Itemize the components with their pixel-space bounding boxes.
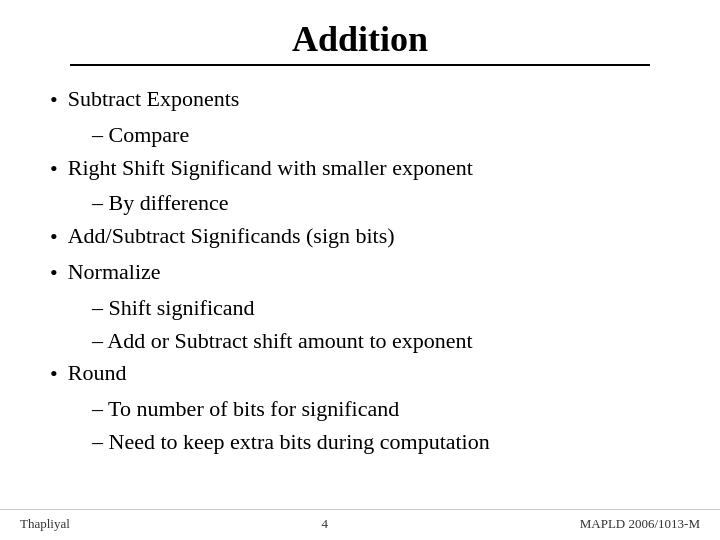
slide-title: Addition: [40, 18, 680, 60]
content-area: •Subtract Exponents– Compare•Right Shift…: [0, 74, 720, 509]
footer-right: MAPLD 2006/1013-M: [580, 516, 700, 532]
bullet-dot: •: [50, 85, 58, 116]
title-divider: [70, 64, 650, 66]
sub-item: – Need to keep extra bits during computa…: [92, 427, 670, 458]
sub-text: – Shift significand: [92, 293, 255, 324]
slide-container: Addition •Subtract Exponents– Compare•Ri…: [0, 0, 720, 540]
bullet-dot: •: [50, 222, 58, 253]
sub-item: – Add or Subtract shift amount to expone…: [92, 326, 670, 357]
bullet-dot: •: [50, 154, 58, 185]
title-area: Addition: [0, 0, 720, 74]
sub-text: – Add or Subtract shift amount to expone…: [92, 326, 473, 357]
sub-item: – Compare: [92, 120, 670, 151]
footer: Thapliyal 4 MAPLD 2006/1013-M: [0, 509, 720, 540]
bullet-item: •Normalize: [50, 257, 670, 289]
sub-item: – Shift significand: [92, 293, 670, 324]
bullet-text: Subtract Exponents: [68, 84, 240, 115]
bullet-dot: •: [50, 258, 58, 289]
bullet-text: Right Shift Significand with smaller exp…: [68, 153, 473, 184]
bullet-dot: •: [50, 359, 58, 390]
bullet-item: •Round: [50, 358, 670, 390]
bullet-item: •Subtract Exponents: [50, 84, 670, 116]
bullet-item: •Add/Subtract Significands (sign bits): [50, 221, 670, 253]
bullet-item: •Right Shift Significand with smaller ex…: [50, 153, 670, 185]
bullet-text: Add/Subtract Significands (sign bits): [68, 221, 395, 252]
sub-item: – To number of bits for significand: [92, 394, 670, 425]
sub-item: – By difference: [92, 188, 670, 219]
footer-left: Thapliyal: [20, 516, 70, 532]
sub-text: – By difference: [92, 188, 228, 219]
footer-page-number: 4: [322, 516, 329, 532]
bullet-text: Round: [68, 358, 127, 389]
bullet-text: Normalize: [68, 257, 161, 288]
sub-text: – Need to keep extra bits during computa…: [92, 427, 490, 458]
sub-text: – Compare: [92, 120, 189, 151]
sub-text: – To number of bits for significand: [92, 394, 399, 425]
